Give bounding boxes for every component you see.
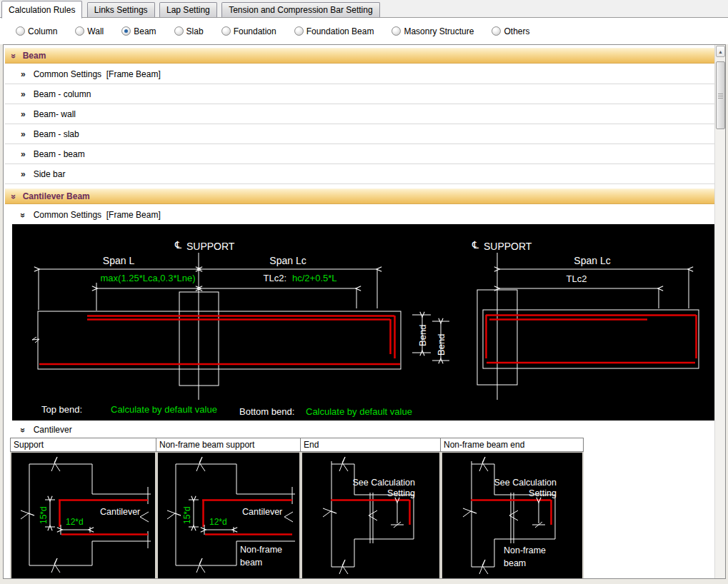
support-label: SUPPORT [484, 241, 532, 252]
col-header-nonframe-support: Non-frame beam support [156, 438, 301, 452]
subheader-label: Common Settings [Frame Beam] [34, 210, 161, 220]
item-label: Common Settings [Frame Beam] [34, 69, 161, 79]
cantilever-beam-diagram: ℄ SUPPORT Span L max(1.25*Lca,0.3*Lne) S… [12, 224, 716, 421]
panel-end: See Calculation Setting [301, 452, 441, 578]
bottom-bend-value[interactable]: Calculate by default value [306, 406, 412, 417]
radio-label: Beam [134, 26, 156, 36]
tab-lap-setting[interactable]: Lap Setting [159, 2, 217, 17]
see-calculation-label: See Calculation [352, 478, 415, 488]
radio-circle-icon [492, 26, 501, 36]
accordion-header-beam[interactable]: » Beam [5, 48, 715, 64]
bottom-bend-label: Bottom bend: [239, 406, 294, 417]
subheader-common-settings[interactable]: » Common Settings [Frame Beam] [5, 206, 715, 223]
vertical-scrollbar[interactable]: ▲ [714, 45, 725, 578]
hook-length-label: 15*d [182, 506, 192, 524]
centerline-symbol: ℄ [174, 239, 181, 251]
tlc2-dim-label: TLc2 [567, 273, 587, 284]
item-beam-column[interactable]: »Beam - column [5, 84, 715, 104]
radio-circle-icon [221, 26, 231, 36]
item-label: Beam - beam [34, 149, 85, 159]
col-header-end: End [301, 438, 441, 452]
panel-support: 15*d 12*d Cantilever [10, 452, 156, 578]
span-l-label: Span L [103, 255, 135, 266]
chevron-right-icon: » [21, 149, 25, 159]
scrollbar-thumb[interactable] [716, 61, 725, 129]
radio-label: Column [28, 26, 57, 36]
cantilever-label: Cantilever [100, 507, 140, 517]
col-header-nonframe-end: Non-frame beam end [441, 438, 584, 452]
subheader-label: Cantilever [34, 425, 72, 435]
cantilever-label: Cantilever [242, 507, 282, 517]
item-label: Beam- wall [34, 109, 76, 119]
radio-foundation[interactable]: Foundation [221, 26, 276, 36]
tab-calculation-rules[interactable]: Calculation Rules [1, 1, 82, 19]
radio-label: Masonry Structure [404, 26, 474, 36]
top-bend-value[interactable]: Calculate by default value [111, 404, 217, 415]
chevron-right-icon: » [21, 69, 25, 79]
radio-circle-icon [75, 26, 84, 36]
radio-label: Slab [186, 26, 204, 36]
hook-length-label: 15*d [39, 506, 49, 524]
item-side-bar[interactable]: »Side bar [5, 164, 715, 184]
bend-dim-label: Bend [417, 325, 428, 346]
nonframe-beam-label: Non-frame [240, 545, 282, 555]
nonframe-beam-label: beam [504, 558, 526, 568]
radio-circle-icon [294, 26, 304, 36]
radio-column[interactable]: Column [16, 26, 57, 36]
tab-bar: Calculation Rules Links Settings Lap Set… [0, 0, 728, 18]
radio-masonry-structure[interactable]: Masonry Structure [392, 26, 474, 36]
tlc2-formula[interactable]: hc/2+0.5*L [292, 273, 337, 283]
support-label: SUPPORT [186, 241, 235, 252]
item-label: Side bar [34, 169, 66, 179]
anchorage-formula[interactable]: max(1.25*Lca,0.3*Lne) [101, 273, 196, 283]
radio-label: Wall [87, 26, 104, 36]
radio-wall[interactable]: Wall [75, 26, 104, 36]
extend-length-label: 12*d [209, 517, 227, 527]
chevron-down-icon: » [9, 54, 19, 58]
item-beam-slab[interactable]: »Beam - slab [5, 124, 715, 144]
see-calculation-label: See Calculation [494, 478, 557, 488]
radio-circle-icon [392, 26, 401, 36]
chevron-right-icon: » [21, 109, 25, 119]
bend-dim-label: Bend [436, 334, 447, 356]
item-label: Beam - slab [34, 129, 79, 139]
chevron-down-icon: » [18, 213, 28, 217]
nonframe-beam-label: Non-frame [504, 545, 546, 555]
chevron-right-icon: » [21, 89, 25, 99]
scrollbar-grip-icon [718, 94, 723, 94]
radio-foundation-beam[interactable]: Foundation Beam [294, 26, 374, 36]
scroll-up-button[interactable]: ▲ [716, 46, 725, 57]
tab-tension-compression[interactable]: Tension and Compression Bar Setting [221, 2, 379, 17]
item-beam-wall[interactable]: »Beam- wall [5, 104, 715, 124]
panel-nonframe-support: 15*d 12*d Cantilever Non-frame beam [156, 452, 301, 578]
rules-panel: » Beam »Common Settings [Frame Beam] »Be… [3, 44, 726, 579]
tab-links-settings[interactable]: Links Settings [87, 2, 155, 17]
radio-circle-icon [16, 26, 25, 36]
centerline-symbol: ℄ [472, 239, 479, 251]
section-title: Beam [23, 51, 46, 61]
radio-others[interactable]: Others [492, 26, 529, 36]
subheader-cantilever[interactable]: » Cantilever [5, 421, 715, 438]
item-common-settings-frame-beam[interactable]: »Common Settings [Frame Beam] [5, 64, 715, 84]
section-title: Cantilever Beam [23, 191, 90, 201]
chevron-down-icon: » [18, 428, 28, 432]
item-label: Beam - column [34, 89, 91, 99]
nonframe-beam-label: beam [240, 558, 262, 568]
item-beam-beam[interactable]: »Beam - beam [5, 144, 715, 164]
tlc2-label: TLc2: [263, 273, 286, 283]
span-lc-label: Span Lc [269, 255, 306, 266]
beam-anchorage-diagram: ℄ SUPPORT Span L max(1.25*Lca,0.3*Lne) S… [12, 224, 716, 421]
see-calculation-label: Setting [529, 488, 557, 498]
extend-length-label: 12*d [66, 517, 84, 527]
radio-beam[interactable]: Beam [121, 26, 156, 36]
radio-slab[interactable]: Slab [174, 26, 204, 36]
accordion-header-cantilever-beam[interactable]: » Cantilever Beam [5, 188, 715, 204]
radio-circle-icon [121, 26, 131, 36]
radio-label: Foundation Beam [306, 26, 374, 36]
radio-circle-icon [174, 26, 184, 36]
span-lc-label: Span Lc [574, 255, 610, 266]
top-bend-label: Top bend: [41, 404, 82, 415]
chevron-right-icon: » [21, 169, 25, 179]
radio-label: Others [504, 26, 529, 36]
col-header-support: Support [10, 438, 156, 452]
